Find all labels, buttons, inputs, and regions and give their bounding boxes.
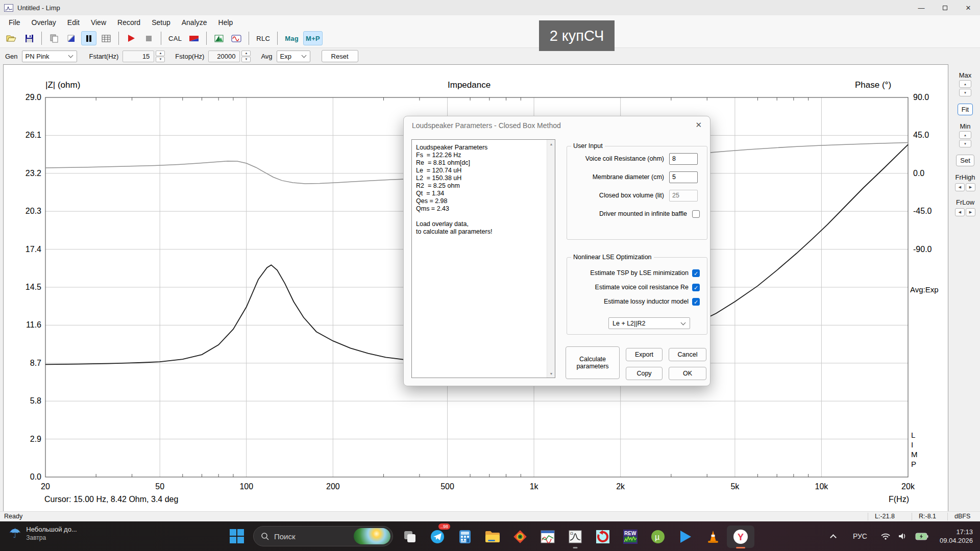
fstart-stepper[interactable]: ▲▼ [156,50,165,62]
record-stop-icon[interactable] [141,31,156,45]
set-button[interactable]: Set [956,155,974,166]
overlay-flag-icon[interactable] [64,31,79,45]
weather-widget[interactable]: ☂ Небольшой до... Завтра [9,525,77,541]
avg-label: Avg [261,53,272,60]
calibrate-button[interactable]: CAL [166,31,184,45]
menu-file[interactable]: File [3,17,26,28]
fstop-input[interactable]: 20000 [208,51,240,62]
ok-button[interactable]: OK [669,367,706,380]
battery-icon[interactable] [915,533,928,540]
taskbar-icon-file-explorer[interactable] [479,525,506,548]
rlc-button[interactable]: RLC [254,31,273,45]
language-indicator[interactable]: РУС [853,532,867,540]
user-input-legend: User Input [571,142,605,149]
clock[interactable]: 17:13 09.04.2026 [940,528,973,545]
pause-icon[interactable] [81,31,96,45]
frlow-left-button[interactable]: ◀ [955,208,965,216]
taskbar-icon-photo-viewer[interactable] [506,525,534,548]
parameters-textarea[interactable]: Loudspeaker Parameters Fs = 122.26 Hz Re… [411,139,555,378]
fstart-input[interactable]: 15 [122,51,154,62]
frhigh-left-button[interactable]: ◀ [955,183,965,191]
scroll-up-icon[interactable]: ▲ [547,140,555,148]
y-tick-label: 26.1 [12,131,41,140]
taskbar-icon-telegram[interactable]: ..98 [424,525,451,548]
spectrum-icon[interactable] [211,31,227,45]
notification-badge: ..98 [438,523,450,530]
menu-edit[interactable]: Edit [62,17,85,28]
generator-flag-icon[interactable] [186,31,202,45]
taskbar-icon-utorrent[interactable]: µ [644,525,672,548]
taskbar-icon-rew[interactable]: REW [617,525,644,548]
fstop-stepper[interactable]: ▲▼ [241,50,251,62]
y-tick-label: 11.6 [12,320,41,330]
open-file-icon[interactable] [4,31,19,45]
menu-analyze[interactable]: Analyze [176,17,213,28]
copy-button[interactable]: Copy [626,367,663,380]
cancel-button[interactable]: Cancel [669,348,706,361]
max-down-button[interactable]: ▼ [959,89,971,96]
lse-legend: Nonlinear LSE Optimization [571,254,654,261]
taskbar-icon-limp[interactable]: Ω [561,525,589,548]
frhigh-right-button[interactable]: ▶ [966,183,975,191]
menu-view[interactable]: View [85,17,112,28]
menu-overlay[interactable]: Overlay [26,17,62,28]
menu-setup[interactable]: Setup [146,17,176,28]
close-button[interactable]: ✕ [957,0,980,15]
mag-phase-button[interactable]: M+P [303,31,323,45]
min-up-button[interactable]: ▲ [959,131,971,139]
taskbar-icon-media-player[interactable] [672,525,699,548]
export-button[interactable]: Export [626,348,663,361]
frlow-right-button[interactable]: ▶ [966,208,975,216]
record-start-icon[interactable] [124,31,139,45]
start-button[interactable] [230,529,244,543]
min-down-button[interactable]: ▼ [959,140,971,147]
active-indicator [736,547,745,548]
x-tick-label: 500 [440,482,454,491]
averaging-select[interactable]: Exp [277,51,310,62]
oscilloscope-icon[interactable] [229,31,244,45]
phase-tick-label: 0.0 [913,169,924,178]
menu-help[interactable]: Help [213,17,239,28]
search-highlight-thumbnail[interactable] [354,528,390,544]
fstop-label: Fstop(Hz) [175,53,204,60]
taskbar-icon-yandex-browser[interactable]: Y [727,525,754,548]
infinite-baffle-checkbox[interactable] [692,210,700,218]
close-icon[interactable]: ✕ [695,120,702,130]
search-input[interactable]: Поиск [253,526,393,546]
taskbar-icon-vlc[interactable] [699,525,727,548]
calculate-parameters-button[interactable]: Calculate parameters [566,346,620,379]
phase-tick-label: 90.0 [913,93,929,102]
volume-icon[interactable] [898,532,908,540]
taskbar-icon-task-view[interactable] [396,525,424,548]
taskbar-icon-arta[interactable] [534,525,561,548]
membrane-diameter-label: Membrane diameter (cm) [593,173,664,181]
inductor-model-select[interactable]: Le + L2||R2 [608,317,690,329]
lse-option-label: Estimate voice coil resistance Re [595,284,689,291]
scroll-down-icon[interactable]: ▼ [547,369,555,378]
right-axis-title: Phase (°) [855,80,891,90]
membrane-diameter-input[interactable] [669,171,698,183]
voice-coil-resistance-input[interactable] [669,153,698,165]
fit-button[interactable]: Fit [958,104,973,115]
generator-select[interactable]: PN Pink [22,51,77,62]
max-up-button[interactable]: ▲ [959,80,971,88]
table-icon[interactable] [99,31,114,45]
maximize-button[interactable] [933,0,957,15]
scrollbar[interactable]: ▲ ▼ [547,140,555,378]
taskbar-icon-calculator[interactable] [451,525,479,548]
reset-button[interactable]: Reset [322,50,358,62]
lse-option-label: Estimate lossy inductor model [604,298,689,305]
magnitude-button[interactable]: Mag [282,31,301,45]
minimize-button[interactable]: — [910,0,933,15]
x-tick-label: 5k [730,482,739,491]
lse-checkbox-0[interactable]: ✓ [692,269,700,277]
taskbar-icon-converter[interactable] [589,525,617,548]
save-icon[interactable] [21,31,37,45]
copy-icon[interactable] [46,31,62,45]
lse-checkbox-1[interactable]: ✓ [692,284,700,291]
menu-record[interactable]: Record [112,17,146,28]
tray-time: 17:13 [940,528,973,536]
tray-expand-icon[interactable] [830,534,837,541]
lse-checkbox-2[interactable]: ✓ [692,298,700,306]
wifi-icon[interactable] [880,532,891,540]
